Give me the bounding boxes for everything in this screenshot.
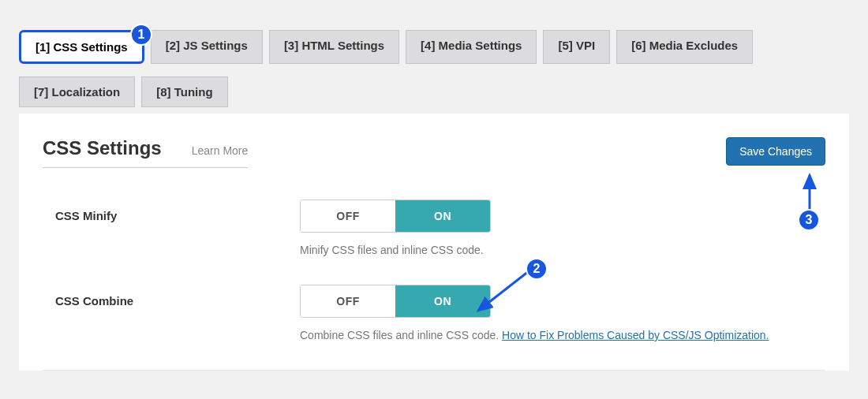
css-minify-off[interactable]: OFF xyxy=(301,200,395,232)
divider xyxy=(43,370,825,371)
tab-vpi[interactable]: [5] VPI xyxy=(543,30,610,64)
tab-css-settings[interactable]: [1] CSS Settings xyxy=(19,30,144,64)
page-title: CSS Settings xyxy=(43,137,162,159)
tab-js-settings[interactable]: [2] JS Settings xyxy=(151,30,263,64)
setting-css-combine: CSS Combine OFF ON Combine CSS files and… xyxy=(43,285,825,341)
svg-line-0 xyxy=(478,271,529,311)
tab-tuning[interactable]: [8] Tuning xyxy=(141,76,227,107)
css-minify-label: CSS Minify xyxy=(55,200,284,222)
settings-panel: CSS Settings Learn More Save Changes CSS… xyxy=(19,114,849,371)
annotation-badge-2: 2 xyxy=(526,258,548,280)
learn-more-link[interactable]: Learn More xyxy=(192,144,249,159)
css-combine-desc: Combine CSS files and inline CSS code. H… xyxy=(300,329,813,341)
save-changes-button[interactable]: Save Changes xyxy=(726,137,825,166)
annotation-arrow-3 xyxy=(802,170,817,214)
tab-html-settings[interactable]: [3] HTML Settings xyxy=(269,30,399,64)
css-combine-help-link[interactable]: How to Fix Problems Caused by CSS/JS Opt… xyxy=(502,329,769,341)
css-minify-on[interactable]: ON xyxy=(395,200,490,232)
tab-media-excludes[interactable]: [6] Media Excludes xyxy=(616,30,753,64)
annotation-badge-3: 3 xyxy=(798,209,820,231)
annotation-badge-1: 1 xyxy=(130,24,152,46)
tab-localization[interactable]: [7] Localization xyxy=(19,76,135,107)
css-combine-label: CSS Combine xyxy=(55,285,284,308)
css-combine-desc-text: Combine CSS files and inline CSS code. xyxy=(300,329,502,341)
setting-css-minify: CSS Minify OFF ON Minify CSS files and i… xyxy=(43,200,825,256)
css-combine-off[interactable]: OFF xyxy=(301,285,395,317)
tab-media-settings[interactable]: [4] Media Settings xyxy=(406,30,537,64)
css-minify-desc: Minify CSS files and inline CSS code. xyxy=(300,244,813,256)
css-combine-toggle: OFF ON xyxy=(300,285,491,318)
css-minify-toggle: OFF ON xyxy=(300,200,491,233)
